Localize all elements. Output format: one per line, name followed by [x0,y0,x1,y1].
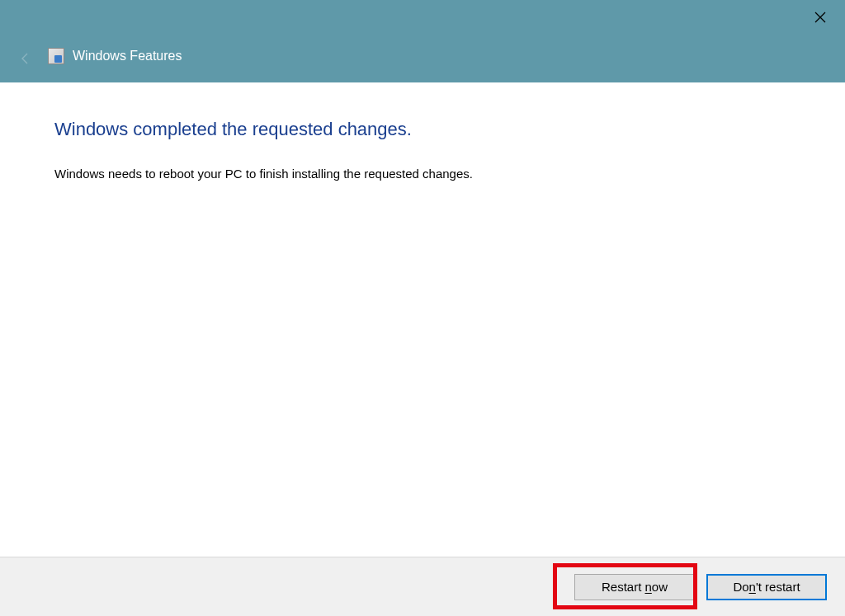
content-area: Windows completed the requested changes.… [0,82,845,557]
back-arrow-icon [18,53,33,69]
dont-restart-button[interactable]: Don't restart [706,574,827,600]
title-bar: Windows Features [0,0,845,82]
body-text: Windows needs to reboot your PC to finis… [54,165,791,182]
button-label: Restart now [602,580,668,594]
windows-features-icon [48,48,64,64]
window-title: Windows Features [73,49,182,63]
close-icon [814,8,826,26]
button-bar: Restart now Don't restart [0,557,845,616]
restart-now-button[interactable]: Restart now [574,574,695,600]
title-area: Windows Features [48,48,182,64]
page-heading: Windows completed the requested changes. [54,119,791,140]
back-button[interactable] [18,51,33,70]
button-label: Don't restart [733,580,800,594]
close-button[interactable] [807,7,833,28]
